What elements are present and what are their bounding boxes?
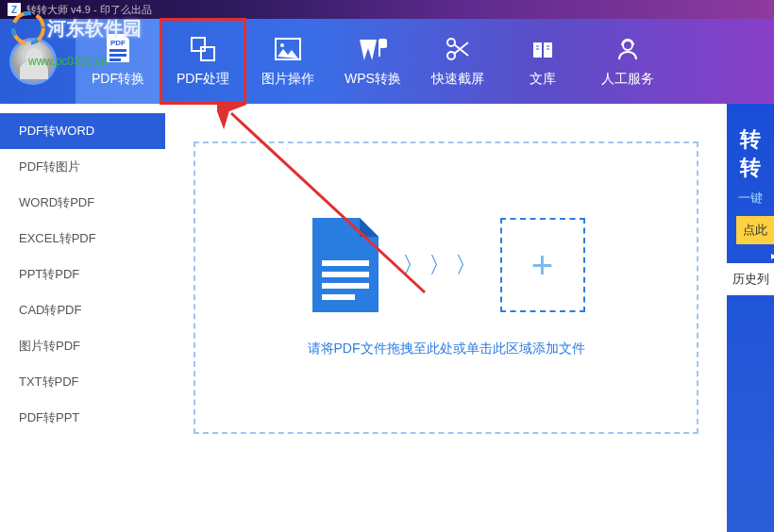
nav-support[interactable]: 人工服务 [585, 19, 670, 104]
nav-label: 人工服务 [601, 71, 654, 88]
drop-visual: 〉〉〉 + [308, 218, 585, 312]
svg-rect-4 [201, 47, 214, 60]
sidebar-item-txt-to-pdf[interactable]: TXT转PDF [0, 364, 165, 400]
sidebar-item-ppt-to-pdf[interactable]: PPT转PDF [0, 257, 165, 292]
nav-label: PDF转换 [92, 71, 144, 88]
library-icon [529, 35, 557, 63]
right-panel-subtitle: 一键 [727, 190, 774, 216]
nav-label: WPS转换 [345, 71, 401, 88]
svg-text:PDF: PDF [110, 39, 126, 47]
arrow-icons: 〉〉〉 [402, 250, 481, 280]
nav-pdf-convert[interactable]: PDF PDF转换 [76, 19, 160, 104]
svg-rect-12 [322, 283, 369, 289]
svg-point-9 [623, 41, 632, 50]
pdf-process-icon [189, 35, 217, 63]
support-icon [614, 35, 642, 63]
sidebar-item-pdf-to-ppt[interactable]: PDF转PPT [0, 400, 165, 436]
nav-screenshot[interactable]: 快速截屏 [415, 19, 500, 104]
nav-pdf-process[interactable]: PDF处理 [160, 19, 245, 104]
right-panel-title: 转转 [727, 118, 774, 190]
svg-rect-3 [192, 38, 205, 51]
plus-icon: + [500, 218, 585, 312]
main-content: 〉〉〉 + 请将PDF文件拖拽至此处或单击此区域添加文件 [165, 104, 727, 532]
sidebar-item-cad-to-pdf[interactable]: CAD转PDF [0, 292, 165, 328]
right-panel: 转转 一键 点此 历史列 [727, 104, 774, 532]
svg-rect-11 [322, 272, 369, 277]
image-ops-icon [274, 35, 302, 63]
nav-image-ops[interactable]: 图片操作 [245, 19, 330, 104]
nav-label: 快速截屏 [431, 71, 484, 88]
pdf-convert-icon: PDF [104, 35, 132, 63]
sidebar-item-image-to-pdf[interactable]: 图片转PDF [0, 328, 165, 364]
wps-icon [359, 35, 387, 63]
nav-label: 图片操作 [261, 71, 314, 88]
document-icon [308, 218, 383, 312]
svg-rect-13 [322, 294, 355, 300]
sidebar-item-excel-to-pdf[interactable]: EXCEL转PDF [0, 221, 165, 257]
sidebar-item-pdf-to-word[interactable]: PDF转WORD [0, 113, 165, 149]
svg-rect-10 [322, 260, 369, 266]
svg-point-6 [280, 43, 284, 47]
header-nav: PDF PDF转换 PDF处理 图片操作 WPS转换 快速截屏 文库 [0, 19, 774, 104]
sidebar-item-pdf-to-image[interactable]: PDF转图片 [0, 149, 165, 185]
window-title: 转转大师 v4.9 - 印了么出品 [26, 3, 152, 17]
right-panel-button[interactable]: 点此 [736, 216, 774, 244]
nav-library[interactable]: 文库 [500, 19, 585, 104]
nav-label: PDF处理 [177, 71, 229, 88]
file-drop-zone[interactable]: 〉〉〉 + 请将PDF文件拖拽至此处或单击此区域添加文件 [194, 141, 698, 434]
nav-label: 文库 [530, 71, 556, 88]
nav-wps-convert[interactable]: WPS转换 [330, 19, 415, 104]
title-bar: Z 转转大师 v4.9 - 印了么出品 [0, 0, 774, 19]
sidebar-item-word-to-pdf[interactable]: WORD转PDF [0, 185, 165, 221]
scissors-icon [444, 35, 472, 63]
sidebar: PDF转WORD PDF转图片 WORD转PDF EXCEL转PDF PPT转P… [0, 104, 165, 532]
user-avatar[interactable] [9, 38, 57, 85]
rotate-partial-icon [760, 252, 774, 280]
app-logo-icon: Z [8, 3, 21, 16]
drop-zone-text: 请将PDF文件拖拽至此处或单击此区域添加文件 [308, 341, 585, 357]
